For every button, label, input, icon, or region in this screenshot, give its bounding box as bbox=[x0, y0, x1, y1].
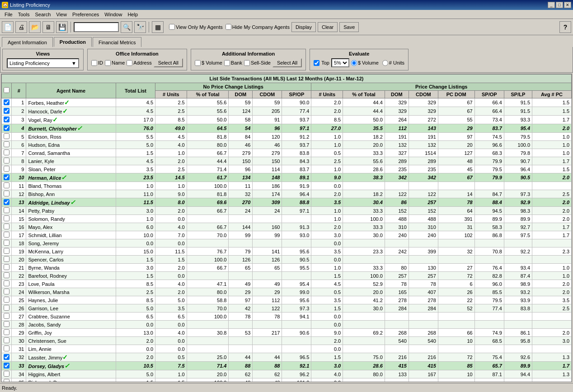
row-pc-spop: 94.5 bbox=[474, 207, 504, 215]
additional-select-all-button[interactable]: Select All bbox=[272, 58, 302, 67]
row-checkbox-cell[interactable] bbox=[2, 157, 12, 165]
row-checkbox-cell[interactable] bbox=[2, 370, 12, 378]
row-checkbox-cell[interactable] bbox=[2, 247, 12, 256]
row-checkbox-cell[interactable] bbox=[2, 165, 12, 173]
menu-tools[interactable]: Tools bbox=[15, 11, 33, 18]
row-checkbox-cell[interactable] bbox=[2, 378, 12, 383]
units-radio[interactable] bbox=[382, 60, 388, 66]
open-button[interactable]: 📂 bbox=[29, 21, 41, 33]
row-total-list: 15.0 bbox=[116, 247, 155, 256]
menu-view[interactable]: View bbox=[53, 11, 70, 18]
row-checkbox-cell[interactable] bbox=[2, 173, 12, 182]
save-button[interactable]: Save bbox=[339, 22, 359, 32]
row-agent-name: Song, Jeremy bbox=[26, 239, 116, 247]
volume-radio[interactable] bbox=[351, 60, 357, 66]
grid-button[interactable]: ▦ bbox=[152, 21, 164, 33]
row-checkbox-cell[interactable] bbox=[2, 190, 12, 198]
row-checkbox-cell[interactable] bbox=[2, 107, 12, 116]
row-checkbox-cell[interactable] bbox=[2, 304, 12, 313]
volume-checkbox[interactable] bbox=[195, 60, 201, 66]
binoculars2-icon[interactable]: 🔭 bbox=[134, 21, 146, 33]
binoculars-icon[interactable]: 🔍 bbox=[121, 21, 132, 33]
row-checkbox-cell[interactable] bbox=[2, 149, 12, 157]
hide-company-checkbox[interactable] bbox=[225, 24, 231, 30]
menu-window[interactable]: Window bbox=[102, 11, 125, 18]
row-pc-dom: 329 bbox=[385, 98, 409, 107]
check-all-header[interactable] bbox=[2, 83, 12, 98]
clear-button[interactable]: Clear bbox=[318, 22, 338, 32]
maximize-button[interactable]: □ bbox=[556, 2, 563, 8]
row-checkbox-cell[interactable] bbox=[2, 116, 12, 124]
display-button[interactable]: Display bbox=[291, 22, 316, 32]
row-checkbox-cell[interactable] bbox=[2, 223, 12, 231]
row-checkbox-cell[interactable] bbox=[2, 353, 12, 362]
row-pc-pcdom: 27 bbox=[438, 264, 474, 272]
row-pc-dom: 488 bbox=[385, 215, 409, 223]
print-button[interactable]: 🖨 bbox=[15, 21, 27, 33]
row-pc-spop: 79.9 bbox=[474, 157, 504, 165]
screen-button[interactable]: 🖥 bbox=[42, 21, 54, 33]
row-checkbox-cell[interactable] bbox=[2, 239, 12, 247]
row-pc-dom: 278 bbox=[385, 296, 409, 304]
row-checkbox-cell[interactable] bbox=[2, 345, 12, 353]
row-checkbox-cell[interactable] bbox=[2, 141, 12, 149]
data-table-container[interactable]: List Side Transactions (All MLS) Last 12… bbox=[1, 74, 572, 382]
close-button[interactable]: ✕ bbox=[564, 2, 571, 8]
row-checkbox-cell[interactable] bbox=[2, 98, 12, 107]
row-checkbox-cell[interactable] bbox=[2, 288, 12, 296]
name-checkbox[interactable] bbox=[105, 60, 111, 66]
row-checkbox-cell[interactable] bbox=[2, 231, 12, 239]
tab-financial-metrics[interactable]: Financial Metrics bbox=[93, 37, 142, 47]
row-number: 20 bbox=[12, 256, 26, 264]
help-button[interactable]: ? bbox=[559, 21, 571, 33]
search-input[interactable] bbox=[74, 22, 119, 32]
export-button[interactable]: 💾 bbox=[56, 21, 68, 33]
row-agent-name: Vogel, Ray✓ bbox=[26, 116, 116, 124]
menu-preferences[interactable]: Preferences bbox=[70, 11, 102, 18]
row-npc-dom: 150 bbox=[229, 157, 253, 165]
row-checkbox-cell[interactable] bbox=[2, 215, 12, 223]
office-select-all-button[interactable]: Select All bbox=[154, 58, 183, 67]
row-checkbox-cell[interactable] bbox=[2, 198, 12, 207]
top-checkbox[interactable] bbox=[314, 60, 319, 66]
row-checkbox-cell[interactable] bbox=[2, 337, 12, 345]
new-button[interactable]: 📄 bbox=[2, 21, 14, 33]
id-checkbox[interactable] bbox=[91, 60, 97, 66]
row-checkbox-cell[interactable] bbox=[2, 362, 12, 370]
tab-agent-information[interactable]: Agent Information bbox=[2, 37, 53, 47]
row-pc-pct: 30.4 bbox=[343, 198, 385, 207]
table-row: 3 Vogel, Ray✓ 17.0 8.5 50.0 58 91 93.7 8… bbox=[2, 116, 572, 124]
row-number: 10 bbox=[12, 173, 26, 182]
volume-label: $ Volume bbox=[202, 60, 222, 65]
views-select[interactable]: Listing Proficiency ▼ bbox=[7, 58, 79, 68]
row-checkbox-cell[interactable] bbox=[2, 329, 12, 337]
checkmark-icon: ✓ bbox=[64, 362, 70, 369]
row-total-list: 1.5 bbox=[116, 378, 155, 383]
row-npc-pct: 20.0 bbox=[187, 370, 229, 378]
bank-checkbox[interactable] bbox=[224, 60, 230, 66]
menu-help[interactable]: Help bbox=[125, 11, 141, 18]
row-checkbox-cell[interactable] bbox=[2, 133, 12, 141]
table-row: 32 Lassiter, Jimmy✓ 2.0 0.5 25.0 44 44 9… bbox=[2, 353, 572, 362]
minimize-button[interactable]: _ bbox=[548, 2, 555, 8]
row-pc-pcdom bbox=[438, 321, 474, 329]
row-checkbox-cell[interactable] bbox=[2, 280, 12, 288]
row-checkbox-cell[interactable] bbox=[2, 296, 12, 304]
row-checkbox-cell[interactable] bbox=[2, 313, 12, 321]
menu-file[interactable]: File bbox=[2, 11, 15, 18]
top-percentage-select[interactable]: 5%10%25% bbox=[331, 58, 349, 67]
row-checkbox-cell[interactable] bbox=[2, 272, 12, 280]
row-checkbox-cell[interactable] bbox=[2, 207, 12, 215]
row-checkbox-cell[interactable] bbox=[2, 124, 12, 133]
row-checkbox-cell[interactable] bbox=[2, 182, 12, 190]
row-checkbox-cell[interactable] bbox=[2, 264, 12, 272]
row-checkbox-cell[interactable] bbox=[2, 321, 12, 329]
row-pc-pcdom bbox=[438, 378, 474, 383]
menu-search[interactable]: Search bbox=[32, 11, 53, 18]
view-only-agents-checkbox[interactable] bbox=[169, 24, 175, 30]
address-checkbox[interactable] bbox=[127, 60, 132, 66]
tab-production[interactable]: Production bbox=[54, 37, 92, 47]
row-checkbox-cell[interactable] bbox=[2, 256, 12, 264]
row-pc-spop bbox=[474, 182, 504, 190]
sell-side-checkbox[interactable] bbox=[244, 60, 250, 66]
